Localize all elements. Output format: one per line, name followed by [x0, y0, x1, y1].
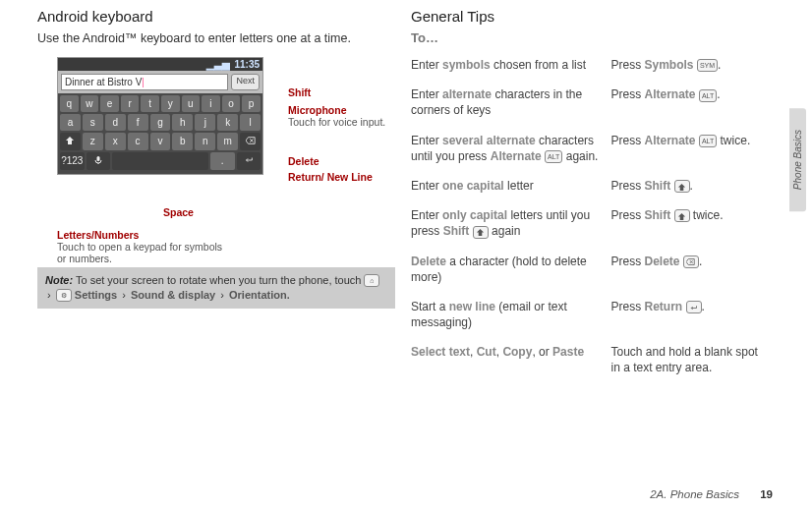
status-bar: ▁▃▅ 11:35 — [58, 58, 262, 71]
callout-microphone-sub: Touch for voice input. — [288, 116, 396, 128]
note-label: Note: — [45, 274, 73, 286]
next-button[interactable]: Next — [231, 74, 260, 90]
table-row: Enter symbols chosen from a listPress Sy… — [411, 53, 775, 83]
note-text: To set your screen to rotate when you tu… — [76, 274, 365, 286]
text-field[interactable]: Dinner at Bistro V — [61, 74, 228, 90]
key-k[interactable]: k — [217, 114, 238, 131]
right-heading: General Tips — [411, 8, 775, 25]
key-g[interactable]: g — [150, 114, 171, 131]
key-shift[interactable] — [60, 133, 81, 150]
key-l[interactable]: l — [240, 114, 261, 131]
key-h[interactable]: h — [172, 114, 193, 131]
table-row: Enter only capital letters until you pre… — [411, 203, 775, 249]
page-content: Android keyboard Use the Android™ keyboa… — [0, 0, 812, 386]
table-row: Enter several alternate characters until… — [411, 129, 775, 174]
tip-action: Enter one capital letter — [411, 174, 611, 203]
key-u[interactable]: u — [182, 95, 201, 112]
callout-return: Return/ New Line — [288, 171, 373, 183]
footer-page: 19 — [760, 488, 773, 500]
tips-table: Enter symbols chosen from a listPress Sy… — [411, 53, 775, 386]
callout-microphone: Microphone Touch for voice input. — [288, 104, 396, 128]
keycap-icon — [674, 180, 690, 193]
key-a[interactable]: a — [60, 114, 81, 131]
input-row: Dinner at Bistro V Next — [58, 71, 262, 93]
key-z[interactable]: z — [83, 133, 103, 150]
callout-ln-title: Letters/Numbers — [57, 229, 139, 241]
callout-space: Space — [163, 206, 194, 218]
keycap-icon: SYM — [697, 59, 718, 72]
intro-text: Use the Android™ keyboard to enter lette… — [37, 30, 395, 47]
tip-result: Press Alternate ALT twice. — [611, 129, 776, 174]
callout-shift: Shift — [288, 86, 311, 98]
key-w[interactable]: w — [81, 95, 99, 112]
key-t[interactable]: t — [141, 95, 159, 112]
key-c[interactable]: c — [128, 133, 148, 150]
key-?123[interactable]: ?123 — [60, 152, 85, 170]
callout-microphone-title: Microphone — [288, 104, 347, 116]
key-x[interactable]: x — [105, 133, 126, 150]
soft-keyboard: qwertyuiopasdfghjklzxcvbnm?123 . — [58, 93, 262, 174]
keycap-icon — [473, 226, 489, 239]
key-b[interactable]: b — [172, 133, 193, 150]
gear-icon: ⚙ — [56, 289, 72, 302]
chevron-right-icon: › — [122, 289, 126, 301]
callout-ln-sub: Touch to open a keypad for symbols or nu… — [57, 241, 224, 264]
table-row: Start a new line (email or text messagin… — [411, 295, 775, 340]
callout-letters-numbers: Letters/Numbers Touch to open a keypad f… — [57, 229, 224, 264]
tip-action: Enter only capital letters until you pre… — [411, 203, 611, 249]
note-crumb-2: Sound & display — [131, 289, 215, 301]
key-i[interactable]: i — [202, 95, 220, 112]
tip-action: Enter symbols chosen from a list — [411, 53, 611, 83]
key-e[interactable]: e — [100, 95, 119, 112]
phone-mock: ▁▃▅ 11:35 Dinner at Bistro V Next qwerty… — [57, 57, 263, 175]
keycap-icon — [683, 255, 699, 268]
key-m[interactable]: m — [217, 133, 238, 150]
tip-result: Press Return . — [611, 295, 776, 340]
table-row: Enter alternate characters in the corner… — [411, 83, 775, 128]
keycap-icon — [686, 301, 702, 313]
keycap-icon: ALT — [545, 150, 562, 163]
table-row: Select text, Cut, Copy, or PasteTouch an… — [411, 340, 775, 385]
side-tab: Phone Basics — [789, 108, 806, 211]
right-column: General Tips To… Enter symbols chosen fr… — [403, 8, 783, 386]
tip-action: Start a new line (email or text messagin… — [411, 295, 611, 340]
key-p[interactable]: p — [242, 95, 261, 112]
tip-result: Touch and hold a blank spot in a text en… — [611, 340, 776, 385]
key-n[interactable]: n — [195, 133, 215, 150]
key-o[interactable]: o — [222, 95, 241, 112]
key-ret[interactable] — [237, 152, 261, 170]
chevron-right-icon: › — [220, 289, 224, 301]
tip-action: Select text, Cut, Copy, or Paste — [411, 340, 611, 385]
key-f[interactable]: f — [128, 114, 148, 131]
tip-result: Press Shift . — [611, 174, 776, 203]
key-y[interactable]: y — [161, 95, 180, 112]
left-heading: Android keyboard — [37, 8, 395, 25]
footer-section: 2A. Phone Basics — [650, 488, 739, 500]
key-mic[interactable] — [87, 152, 111, 170]
key-j[interactable]: j — [195, 114, 215, 131]
tip-result: Press Shift twice. — [611, 203, 776, 249]
key-.[interactable]: . — [210, 152, 235, 170]
tip-action: Delete a character (hold to delete more) — [411, 250, 611, 295]
status-time: 11:35 — [234, 59, 260, 70]
key-d[interactable]: d — [105, 114, 126, 131]
note-crumb-3: Orientation. — [229, 289, 290, 301]
tips-to-heading: To… — [411, 30, 775, 45]
tip-result: Press Delete . — [611, 250, 776, 295]
key-q[interactable]: q — [60, 95, 79, 112]
table-row: Enter one capital letterPress Shift . — [411, 174, 775, 203]
key-r[interactable]: r — [121, 95, 140, 112]
keycap-icon: ALT — [699, 89, 717, 102]
callout-delete: Delete — [288, 155, 319, 167]
key-del[interactable] — [240, 133, 261, 150]
svg-rect-0 — [96, 156, 99, 161]
note-box: Note: To set your screen to rotate when … — [37, 267, 395, 309]
key-v[interactable]: v — [150, 133, 171, 150]
table-row: Delete a character (hold to delete more)… — [411, 250, 775, 295]
footer: 2A. Phone Basics 19 — [650, 488, 773, 500]
key-space[interactable] — [112, 152, 208, 170]
left-column: Android keyboard Use the Android™ keyboa… — [29, 8, 403, 386]
signal-icon: ▁▃▅ — [206, 59, 230, 70]
key-s[interactable]: s — [83, 114, 103, 131]
tip-result: Press Alternate ALT. — [611, 83, 776, 128]
